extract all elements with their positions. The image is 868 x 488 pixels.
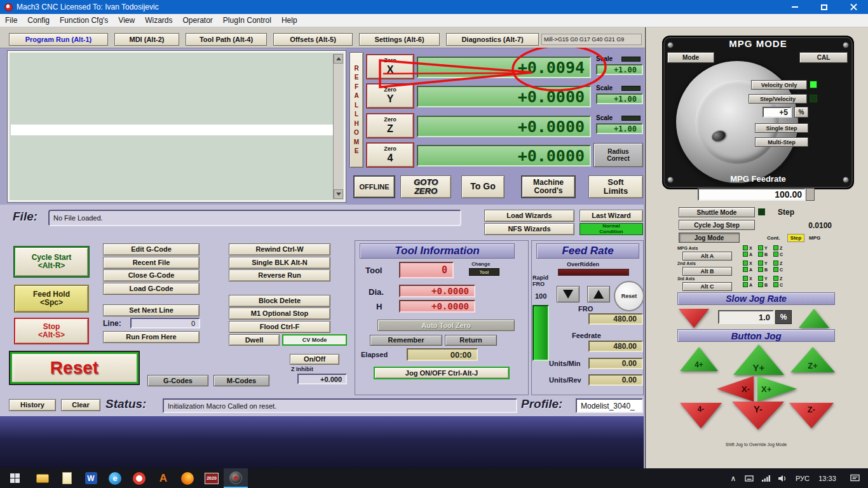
close-gcode-button[interactable]: Close G-Code (103, 269, 200, 281)
mpg-feedrate-spin[interactable] (806, 188, 815, 201)
slow-jog-rate-value[interactable]: 1.0 (718, 310, 774, 324)
action-center[interactable] (843, 468, 867, 488)
gcode-scrollbar[interactable] (333, 54, 342, 199)
cycle-start-button[interactable]: Cycle Start <Alt-R> (14, 247, 89, 277)
fro-down-button[interactable] (557, 286, 580, 302)
velocity-only-button[interactable]: Velocity Only (751, 80, 807, 90)
alt-c-button[interactable]: Alt C (682, 282, 732, 291)
clock[interactable]: 13:33 (815, 468, 840, 488)
remember-button[interactable]: Remember (370, 335, 442, 346)
reset-button[interactable]: Reset (9, 351, 140, 385)
mpg-feedrate-value[interactable]: 100.00 (698, 188, 806, 201)
h-value[interactable]: +0.0000 (399, 300, 475, 313)
cal-button[interactable]: CAL (799, 52, 848, 63)
slow-jog-decrease-button[interactable] (679, 309, 709, 328)
tab-program-run[interactable]: Program Run (Alt-1) (9, 33, 108, 46)
taskbar-autocad[interactable]: A (151, 468, 175, 488)
scale-x-value[interactable]: +1.00 (596, 64, 643, 75)
load-wizards-button[interactable]: Load Wizards (484, 210, 574, 222)
cycle-jog-step-button[interactable]: Cycle Jog Step (679, 220, 755, 230)
scroll-down-icon[interactable] (334, 189, 343, 199)
menu-file[interactable]: File (0, 14, 22, 27)
to-go-button[interactable]: To Go (461, 175, 505, 198)
menu-wizards[interactable]: Wizards (140, 14, 177, 27)
jog-z-plus-button[interactable]: Z+ (790, 347, 835, 372)
taskbar-documents-app[interactable] (55, 468, 79, 488)
jog-y-minus-button[interactable]: Y- (732, 402, 784, 430)
line-field[interactable]: 0 (130, 318, 200, 329)
start-button[interactable] (0, 468, 29, 488)
taskbar-mach3-active[interactable] (224, 468, 248, 488)
dro-z-value[interactable]: +0.0000 (417, 116, 591, 137)
jog-onoff-button[interactable]: Jog ON/OFF Ctrl-Alt-J (374, 367, 510, 379)
jog-4-plus-button[interactable]: 4+ (680, 347, 718, 371)
taskbar-firefox[interactable] (175, 468, 200, 488)
single-blk-button[interactable]: Single BLK Alt-N (229, 257, 330, 269)
tray-expand-icon[interactable]: ∧ (726, 468, 741, 488)
zero-4-button[interactable]: Zero4 (366, 142, 414, 168)
jog-x-minus-button[interactable]: X- (717, 376, 754, 402)
menu-view[interactable]: View (113, 14, 140, 27)
flood-button[interactable]: Flood Ctrl-F (229, 321, 330, 333)
ref-all-home-button[interactable]: R E F A L L H O M E (349, 52, 363, 168)
menu-config[interactable]: Config (22, 14, 55, 27)
tab-mdi[interactable]: MDI (Alt-2) (114, 33, 179, 46)
history-button[interactable]: History (9, 399, 56, 411)
tab-diagnostics[interactable]: Diagnostics (Alt-7) (446, 33, 539, 46)
radius-correct-button[interactable]: Radius Correct (593, 143, 643, 167)
clear-button[interactable]: Clear (61, 399, 100, 411)
recent-file-button[interactable]: Recent File (103, 257, 200, 269)
fro-up-button[interactable] (587, 286, 610, 302)
edit-gcode-button[interactable]: Edit G-Code (103, 243, 200, 255)
shuttle-mode-button[interactable]: Shuttle Mode (679, 207, 755, 217)
offline-button[interactable]: OFFLINE (353, 175, 395, 198)
tray-network[interactable] (757, 468, 774, 488)
dro-x-value[interactable]: +0.0094 (417, 57, 591, 78)
mcodes-button[interactable]: M-Codes (214, 375, 269, 386)
mpg-step-size[interactable]: +5 (763, 107, 792, 118)
alt-b-button[interactable]: Alt B (682, 267, 732, 276)
taskbar-word[interactable]: W (79, 468, 103, 488)
scale-z-value[interactable]: +1.00 (596, 123, 643, 134)
jog-4-minus-button[interactable]: 4- (680, 403, 722, 428)
maximize-button[interactable] (810, 0, 839, 14)
step-velocity-button[interactable]: Step/Velocity (749, 94, 807, 104)
tool-number[interactable]: 0 (399, 262, 454, 278)
menu-operator[interactable]: Operator (178, 14, 218, 27)
menu-plugin-control[interactable]: PlugIn Control (218, 14, 276, 27)
gcodes-button[interactable]: G-Codes (147, 375, 208, 386)
change-tool-slot[interactable]: Tool (469, 268, 499, 276)
zero-x-button[interactable]: ZeroX (366, 54, 414, 79)
run-from-here-button[interactable]: Run From Here (103, 331, 200, 343)
taskbar-app-2020[interactable]: 2020 (200, 468, 224, 488)
machine-coords-button[interactable]: Machine Coord's (521, 175, 576, 198)
mpg-dial[interactable] (676, 61, 798, 183)
set-next-line-button[interactable]: Set Next Line (103, 304, 200, 316)
mpg-percent-button[interactable]: % (794, 107, 808, 118)
last-wizard-button[interactable]: Last Wizard (580, 210, 643, 222)
taskbar-file-explorer[interactable] (31, 468, 55, 488)
fro-reset-button[interactable]: Reset (614, 281, 644, 311)
scale-y-value[interactable]: +1.00 (596, 93, 643, 104)
soft-limits-button[interactable]: Soft Limits (588, 175, 643, 198)
auto-tool-zero-button[interactable]: Auto Tool Zero (377, 320, 515, 331)
file-field[interactable]: No File Loaded. (48, 210, 461, 226)
tab-offsets[interactable]: Offsets (Alt-5) (273, 33, 353, 46)
language-indicator[interactable]: РУС (792, 468, 813, 488)
scroll-up-icon[interactable] (334, 54, 343, 64)
zero-y-button[interactable]: ZeroY (366, 83, 414, 109)
dia-value[interactable]: +0.0000 (399, 285, 475, 297)
jog-z-minus-button[interactable]: Z- (789, 403, 834, 428)
nfs-wizards-button[interactable]: NFS Wizards (484, 223, 574, 235)
minimize-button[interactable] (780, 0, 810, 14)
gcode-display[interactable] (8, 51, 346, 202)
dro-y-value[interactable]: +0.0000 (417, 86, 591, 107)
return-button[interactable]: Return (445, 335, 497, 346)
tray-input-indicator[interactable] (741, 468, 757, 488)
dro-4-value[interactable]: +0.0000 (417, 145, 591, 166)
m1-optional-stop-button[interactable]: M1 Optional Stop (229, 308, 330, 320)
taskbar-browser-red[interactable] (127, 468, 151, 488)
jog-mode-button[interactable]: Jog Mode (679, 233, 740, 243)
reverse-run-button[interactable]: Reverse Run (229, 269, 330, 281)
close-button[interactable] (839, 0, 868, 14)
